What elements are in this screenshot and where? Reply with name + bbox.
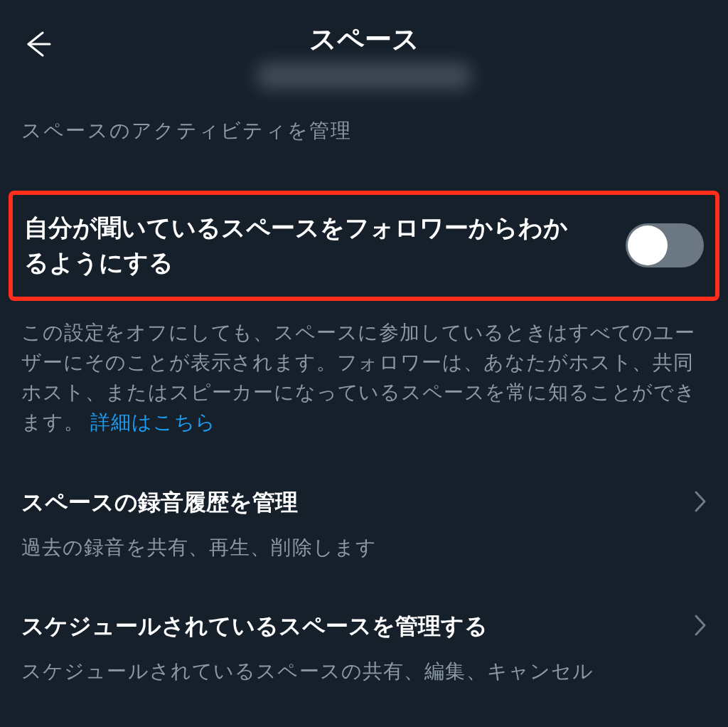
- toggle-knob: [628, 225, 668, 265]
- nav-item-description: 過去の録音を共有、再生、削除します: [21, 534, 707, 561]
- nav-item-scheduled: スケジュールされているスペースを管理する スケジュールされているスペースの共有、…: [0, 561, 728, 685]
- toggle-setting-description: この設定をオフにしても、スペースに参加しているときはすべてのユーザーにそのことが…: [0, 301, 728, 437]
- toggle-setting-row-highlighted: 自分が聞いているスペースをフォロワーからわかるようにする: [9, 191, 719, 301]
- section-description: スペースのアクティビティを管理: [0, 96, 728, 144]
- page-title: スペース: [21, 21, 707, 58]
- nav-item-title: スケジュールされているスペースを管理する: [21, 611, 488, 642]
- header-subtitle-blurred: [257, 63, 471, 89]
- visibility-toggle[interactable]: [626, 223, 704, 267]
- learn-more-link[interactable]: 詳細はこちら: [90, 411, 216, 433]
- nav-item-scheduled-row[interactable]: スケジュールされているスペースを管理する: [21, 611, 707, 642]
- toggle-setting-label: 自分が聞いているスペースをフォロワーからわかるようにする: [24, 211, 586, 281]
- nav-item-recordings-row[interactable]: スペースの録音履歴を管理: [21, 487, 707, 519]
- chevron-right-icon: [694, 490, 707, 516]
- nav-item-title: スペースの録音履歴を管理: [21, 487, 298, 519]
- header-center: スペース: [21, 21, 707, 89]
- nav-item-description: スケジュールされているスペースの共有、編集、キャンセル: [21, 658, 707, 685]
- header: スペース: [0, 0, 728, 96]
- chevron-right-icon: [694, 614, 707, 640]
- nav-item-recordings: スペースの録音履歴を管理 過去の録音を共有、再生、削除します: [0, 437, 728, 561]
